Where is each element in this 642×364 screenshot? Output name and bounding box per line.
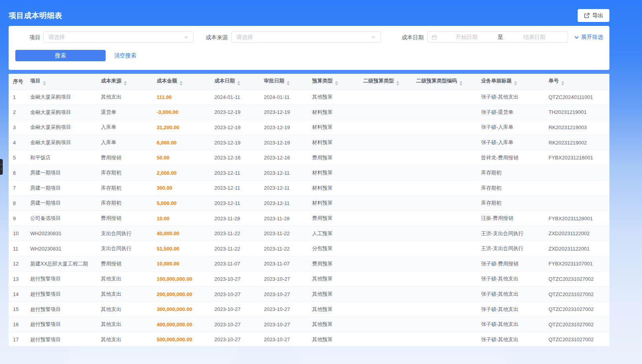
expand-filter-link[interactable]: 展开筛选 (574, 32, 603, 43)
table-cell: 其他支出 (97, 271, 152, 287)
table-cell (412, 196, 477, 211)
table-cell: 支出合同执行 (97, 226, 152, 241)
table-cell (359, 256, 412, 272)
table-row: 16超付预警项目其他支出400,000,000.002023-10-272023… (9, 317, 609, 332)
sort-icon[interactable] (179, 81, 183, 86)
table-cell: 2 (9, 105, 26, 120)
table-cell: 材料预算 (308, 135, 359, 150)
table-cell: 10 (9, 226, 26, 241)
project-filter-label: 项目 (29, 32, 40, 43)
table-cell: 2023-10-27 (260, 271, 308, 287)
table-cell: 13 (9, 271, 26, 287)
column-header-7[interactable]: 二级预算类型 (359, 74, 412, 90)
project-select[interactable]: 请选择 (43, 31, 194, 43)
table-cell (412, 287, 477, 302)
column-header-label: 审批日期 (264, 78, 284, 84)
table-cell: ZXD20231122002 (544, 226, 609, 241)
column-header-9[interactable]: 业务单据标题 (477, 74, 544, 90)
table-cell (544, 196, 609, 211)
table-cell (412, 105, 477, 120)
table-cell: 2023-10-27 (260, 287, 308, 302)
table-cell: 材料预算 (308, 181, 359, 196)
table-row: 8房建一期项目库存期初5,000.002023-12-112023-12-11材… (9, 196, 609, 211)
table-cell: 库存期初 (97, 196, 152, 211)
table-cell: 2023-11-07 (210, 256, 260, 272)
table-cell: 张子硕-入库单 (477, 120, 544, 135)
table-cell: 其他预算 (308, 90, 359, 105)
table-cell: 汪振-费用报销 (477, 211, 544, 226)
sort-icon[interactable] (237, 81, 240, 86)
table-cell: 17 (9, 332, 26, 346)
table-cell: 张子硕-退货单 (477, 105, 544, 120)
table-row: 11WH20230831支出合同执行51,500.002023-11-22202… (9, 241, 609, 256)
cost-date-filter-label: 成本日期 (402, 32, 424, 43)
column-header-5[interactable]: 审批日期 (260, 74, 308, 90)
filter-panel: 项目 请选择 成本来源 请选择 成本日期 开始日期 至 结束日期 展开筛选 搜索… (9, 26, 609, 70)
sort-icon[interactable] (396, 81, 399, 86)
sort-icon[interactable] (514, 81, 517, 86)
table-cell: 2024-01-11 (210, 90, 260, 105)
table-cell: 111.00 (152, 90, 210, 105)
table-cell: 2023-11-22 (210, 226, 260, 241)
sort-icon[interactable] (43, 81, 46, 86)
table-row: 3金融大厦采购项目入库单31,200.002023-12-192023-12-1… (9, 120, 609, 135)
column-header-4[interactable]: 成本日期 (210, 74, 260, 90)
table-cell (412, 135, 477, 150)
table-cell: 2023-12-11 (260, 196, 308, 211)
table-cell (359, 135, 412, 150)
table-cell: 2023-12-19 (210, 105, 260, 120)
table-cell: 7 (9, 181, 26, 196)
sort-icon[interactable] (287, 81, 290, 86)
column-header-10[interactable]: 单号 (544, 74, 609, 90)
table-cell: 超付预警项目 (26, 332, 97, 346)
search-button[interactable]: 搜索 (15, 50, 106, 61)
table-cell: 40,000.00 (152, 226, 210, 241)
table-cell: 库存期初 (97, 165, 152, 181)
chevron-down-icon (184, 35, 188, 40)
table-cell: 其他预算 (308, 302, 359, 317)
sort-icon[interactable] (459, 81, 463, 86)
expand-filter-label: 展开筛选 (581, 34, 603, 41)
drawer-toggle-handle[interactable] (0, 159, 3, 175)
table-cell: 曾祥龙-费用报销 (477, 150, 544, 165)
cost-detail-table: 序号项目成本来源成本金额成本日期审批日期预算类型二级预算类型二级预算类型编码业务… (9, 74, 609, 346)
table-cell: 14 (9, 287, 26, 302)
table-cell: 人工预算 (308, 226, 359, 241)
table-cell: RK20231219003 (544, 120, 609, 135)
start-date-input[interactable]: 开始日期 (437, 34, 496, 41)
table-cell: 2023-11-28 (210, 211, 260, 226)
sort-icon[interactable] (561, 81, 564, 86)
column-header-label: 序号 (13, 79, 23, 84)
column-header-label: 项目 (30, 78, 40, 84)
table-cell: RK20231219002 (544, 135, 609, 150)
table-cell: 费用预算 (308, 150, 359, 165)
cost-source-select[interactable]: 请选择 (231, 31, 381, 43)
table-cell (412, 90, 477, 105)
table-cell: 分包预算 (308, 241, 359, 256)
table-cell: 2023-12-16 (210, 150, 260, 165)
table-cell: 2023-10-27 (210, 302, 260, 317)
sort-icon[interactable] (335, 81, 338, 86)
column-header-1[interactable]: 项目 (26, 74, 97, 90)
table-cell: QTZC20231027002 (544, 332, 609, 346)
column-header-2[interactable]: 成本来源 (97, 74, 152, 90)
column-header-3[interactable]: 成本金额 (152, 74, 210, 90)
table-cell: 2023-12-11 (210, 181, 260, 196)
table-row: 13超付预警项目其他支出100,000,000.002023-10-272023… (9, 271, 609, 287)
table-row: 10WH20230831支出合同执行40,000.002023-11-22202… (9, 226, 609, 241)
table-cell: 200,000,000.00 (152, 287, 210, 302)
table-cell: 2024-01-11 (260, 90, 308, 105)
column-header-6[interactable]: 预算类型 (308, 74, 359, 90)
clear-search-link[interactable]: 清空搜索 (114, 50, 136, 61)
export-button[interactable]: 导出 (578, 9, 609, 22)
cost-date-range-picker[interactable]: 开始日期 至 结束日期 (427, 31, 568, 43)
table-cell: 其他支出 (97, 287, 152, 302)
sort-icon[interactable] (124, 81, 127, 86)
column-header-8[interactable]: 二级预算类型编码 (412, 74, 477, 90)
table-cell: 超付预警项目 (26, 287, 97, 302)
table-cell: 10,000.00 (152, 256, 210, 272)
table-cell (412, 181, 477, 196)
table-cell: 房建一期项目 (26, 196, 97, 211)
table-cell: 6 (9, 165, 26, 181)
end-date-input[interactable]: 结束日期 (505, 34, 564, 41)
